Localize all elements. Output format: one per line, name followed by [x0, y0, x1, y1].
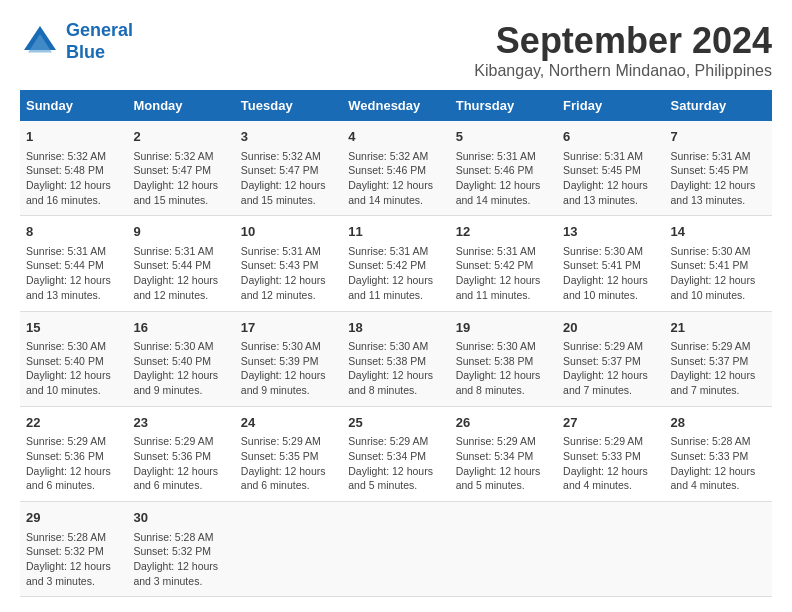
week-row-4: 22Sunrise: 5:29 AMSunset: 5:36 PMDayligh…: [20, 406, 772, 501]
day-info: Sunrise: 5:31 AMSunset: 5:42 PMDaylight:…: [456, 244, 551, 303]
week-row-3: 15Sunrise: 5:30 AMSunset: 5:40 PMDayligh…: [20, 311, 772, 406]
table-row: 18Sunrise: 5:30 AMSunset: 5:38 PMDayligh…: [342, 311, 449, 406]
day-number: 29: [26, 508, 121, 528]
day-info: Sunrise: 5:29 AMSunset: 5:36 PMDaylight:…: [26, 434, 121, 493]
table-row: 28Sunrise: 5:28 AMSunset: 5:33 PMDayligh…: [665, 406, 772, 501]
table-row: 8Sunrise: 5:31 AMSunset: 5:44 PMDaylight…: [20, 216, 127, 311]
day-info: Sunrise: 5:31 AMSunset: 5:46 PMDaylight:…: [456, 149, 551, 208]
day-info: Sunrise: 5:29 AMSunset: 5:34 PMDaylight:…: [456, 434, 551, 493]
day-number: 12: [456, 222, 551, 242]
table-row: 26Sunrise: 5:29 AMSunset: 5:34 PMDayligh…: [450, 406, 557, 501]
table-row: 12Sunrise: 5:31 AMSunset: 5:42 PMDayligh…: [450, 216, 557, 311]
day-number: 28: [671, 413, 766, 433]
table-row: 19Sunrise: 5:30 AMSunset: 5:38 PMDayligh…: [450, 311, 557, 406]
table-row: 1Sunrise: 5:32 AMSunset: 5:48 PMDaylight…: [20, 121, 127, 216]
day-info: Sunrise: 5:31 AMSunset: 5:43 PMDaylight:…: [241, 244, 336, 303]
header-row: Sunday Monday Tuesday Wednesday Thursday…: [20, 90, 772, 121]
day-number: 9: [133, 222, 228, 242]
table-row: 14Sunrise: 5:30 AMSunset: 5:41 PMDayligh…: [665, 216, 772, 311]
day-number: 7: [671, 127, 766, 147]
table-row: 7Sunrise: 5:31 AMSunset: 5:45 PMDaylight…: [665, 121, 772, 216]
table-row: 3Sunrise: 5:32 AMSunset: 5:47 PMDaylight…: [235, 121, 342, 216]
table-row: [450, 502, 557, 597]
day-number: 6: [563, 127, 658, 147]
week-row-5: 29Sunrise: 5:28 AMSunset: 5:32 PMDayligh…: [20, 502, 772, 597]
day-info: Sunrise: 5:28 AMSunset: 5:32 PMDaylight:…: [26, 530, 121, 589]
table-row: 22Sunrise: 5:29 AMSunset: 5:36 PMDayligh…: [20, 406, 127, 501]
day-info: Sunrise: 5:29 AMSunset: 5:35 PMDaylight:…: [241, 434, 336, 493]
table-row: 23Sunrise: 5:29 AMSunset: 5:36 PMDayligh…: [127, 406, 234, 501]
day-number: 1: [26, 127, 121, 147]
day-info: Sunrise: 5:31 AMSunset: 5:45 PMDaylight:…: [563, 149, 658, 208]
day-info: Sunrise: 5:30 AMSunset: 5:39 PMDaylight:…: [241, 339, 336, 398]
table-row: 30Sunrise: 5:28 AMSunset: 5:32 PMDayligh…: [127, 502, 234, 597]
day-number: 20: [563, 318, 658, 338]
header-monday: Monday: [127, 90, 234, 121]
day-number: 22: [26, 413, 121, 433]
day-number: 26: [456, 413, 551, 433]
day-info: Sunrise: 5:28 AMSunset: 5:32 PMDaylight:…: [133, 530, 228, 589]
day-info: Sunrise: 5:29 AMSunset: 5:36 PMDaylight:…: [133, 434, 228, 493]
header-wednesday: Wednesday: [342, 90, 449, 121]
day-info: Sunrise: 5:30 AMSunset: 5:40 PMDaylight:…: [26, 339, 121, 398]
table-row: 25Sunrise: 5:29 AMSunset: 5:34 PMDayligh…: [342, 406, 449, 501]
day-number: 14: [671, 222, 766, 242]
week-row-2: 8Sunrise: 5:31 AMSunset: 5:44 PMDaylight…: [20, 216, 772, 311]
day-number: 27: [563, 413, 658, 433]
header-thursday: Thursday: [450, 90, 557, 121]
header-sunday: Sunday: [20, 90, 127, 121]
table-row: 29Sunrise: 5:28 AMSunset: 5:32 PMDayligh…: [20, 502, 127, 597]
table-row: 16Sunrise: 5:30 AMSunset: 5:40 PMDayligh…: [127, 311, 234, 406]
table-row: 2Sunrise: 5:32 AMSunset: 5:47 PMDaylight…: [127, 121, 234, 216]
day-number: 4: [348, 127, 443, 147]
table-row: 13Sunrise: 5:30 AMSunset: 5:41 PMDayligh…: [557, 216, 664, 311]
day-number: 30: [133, 508, 228, 528]
day-info: Sunrise: 5:30 AMSunset: 5:38 PMDaylight:…: [456, 339, 551, 398]
day-number: 17: [241, 318, 336, 338]
logo-line2: Blue: [66, 42, 105, 62]
table-row: 10Sunrise: 5:31 AMSunset: 5:43 PMDayligh…: [235, 216, 342, 311]
table-row: 20Sunrise: 5:29 AMSunset: 5:37 PMDayligh…: [557, 311, 664, 406]
day-info: Sunrise: 5:32 AMSunset: 5:48 PMDaylight:…: [26, 149, 121, 208]
logo-text: General Blue: [66, 20, 133, 63]
day-info: Sunrise: 5:28 AMSunset: 5:33 PMDaylight:…: [671, 434, 766, 493]
table-row: 5Sunrise: 5:31 AMSunset: 5:46 PMDaylight…: [450, 121, 557, 216]
table-row: [235, 502, 342, 597]
table-row: 9Sunrise: 5:31 AMSunset: 5:44 PMDaylight…: [127, 216, 234, 311]
day-number: 11: [348, 222, 443, 242]
day-info: Sunrise: 5:30 AMSunset: 5:41 PMDaylight:…: [563, 244, 658, 303]
day-number: 16: [133, 318, 228, 338]
location: Kibangay, Northern Mindanao, Philippines: [474, 62, 772, 80]
day-info: Sunrise: 5:32 AMSunset: 5:46 PMDaylight:…: [348, 149, 443, 208]
day-info: Sunrise: 5:29 AMSunset: 5:37 PMDaylight:…: [671, 339, 766, 398]
day-info: Sunrise: 5:30 AMSunset: 5:38 PMDaylight:…: [348, 339, 443, 398]
title-block: September 2024 Kibangay, Northern Mindan…: [474, 20, 772, 80]
day-info: Sunrise: 5:31 AMSunset: 5:42 PMDaylight:…: [348, 244, 443, 303]
day-number: 21: [671, 318, 766, 338]
day-number: 10: [241, 222, 336, 242]
day-info: Sunrise: 5:30 AMSunset: 5:41 PMDaylight:…: [671, 244, 766, 303]
day-info: Sunrise: 5:32 AMSunset: 5:47 PMDaylight:…: [133, 149, 228, 208]
logo-line1: General: [66, 20, 133, 40]
day-number: 3: [241, 127, 336, 147]
table-row: 21Sunrise: 5:29 AMSunset: 5:37 PMDayligh…: [665, 311, 772, 406]
table-row: 11Sunrise: 5:31 AMSunset: 5:42 PMDayligh…: [342, 216, 449, 311]
logo-icon: [20, 22, 60, 62]
day-number: 5: [456, 127, 551, 147]
table-row: [342, 502, 449, 597]
day-number: 23: [133, 413, 228, 433]
day-info: Sunrise: 5:29 AMSunset: 5:34 PMDaylight:…: [348, 434, 443, 493]
day-info: Sunrise: 5:32 AMSunset: 5:47 PMDaylight:…: [241, 149, 336, 208]
table-row: 4Sunrise: 5:32 AMSunset: 5:46 PMDaylight…: [342, 121, 449, 216]
table-row: 24Sunrise: 5:29 AMSunset: 5:35 PMDayligh…: [235, 406, 342, 501]
table-row: 15Sunrise: 5:30 AMSunset: 5:40 PMDayligh…: [20, 311, 127, 406]
calendar-table: Sunday Monday Tuesday Wednesday Thursday…: [20, 90, 772, 597]
day-number: 15: [26, 318, 121, 338]
day-info: Sunrise: 5:31 AMSunset: 5:44 PMDaylight:…: [26, 244, 121, 303]
day-number: 2: [133, 127, 228, 147]
table-row: [665, 502, 772, 597]
table-row: 6Sunrise: 5:31 AMSunset: 5:45 PMDaylight…: [557, 121, 664, 216]
day-number: 25: [348, 413, 443, 433]
header-friday: Friday: [557, 90, 664, 121]
day-info: Sunrise: 5:29 AMSunset: 5:37 PMDaylight:…: [563, 339, 658, 398]
